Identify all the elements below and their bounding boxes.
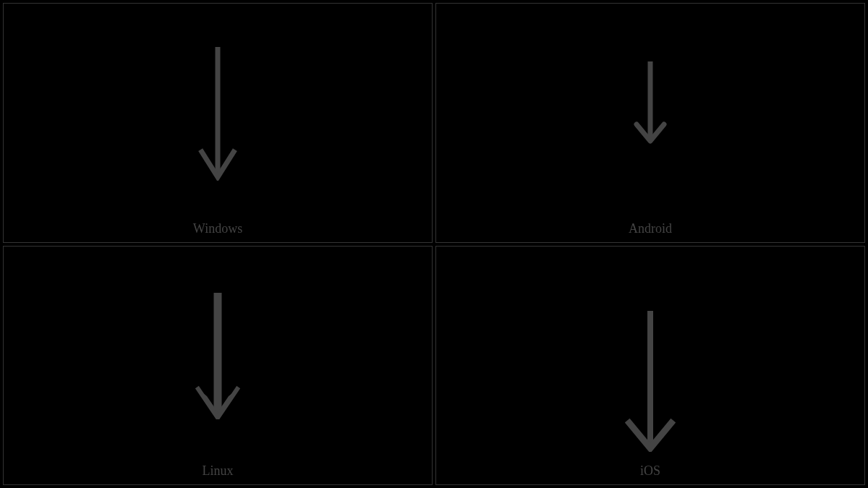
glyph-cell-ios: iOS [435,246,865,486]
down-arrow-icon [192,289,243,419]
glyph-cell-linux: Linux [3,246,433,486]
platform-label: Android [629,221,672,236]
platform-label: Linux [203,463,234,479]
glyph-cell-android: Android [435,3,865,243]
down-arrow-icon [196,43,239,181]
platform-label: iOS [640,463,660,479]
glyph-cell-windows: Windows [3,3,433,243]
platform-label: Windows [193,221,242,236]
down-arrow-icon [625,307,676,452]
down-arrow-icon [632,58,668,145]
